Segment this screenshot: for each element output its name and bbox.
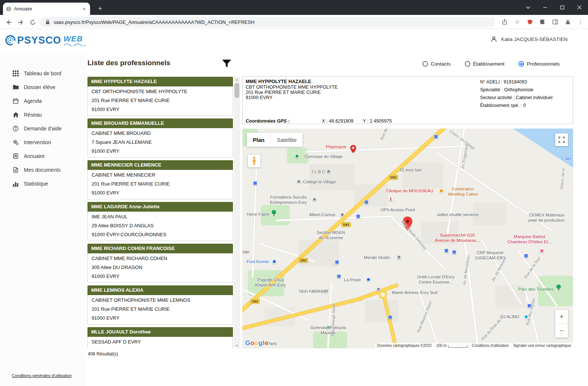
- map-poi-label[interactable]: J L B C: [311, 170, 325, 175]
- transit-marker-icon[interactable]: [444, 249, 448, 253]
- psysco-logo[interactable]: PSYSCO WEB: [4, 34, 86, 47]
- browser-tab[interactable]: Annuaire ×: [3, 3, 90, 15]
- store-marker-icon[interactable]: [272, 259, 277, 264]
- new-tab-button[interactable]: +: [95, 4, 105, 13]
- pharmacy-pin-icon[interactable]: [350, 145, 356, 153]
- side-panel-icon[interactable]: [552, 18, 559, 26]
- professional-card[interactable]: MME HYPPOLYTE HAZAELE CBT ORTHOPHONISTE …: [87, 77, 233, 116]
- scrollbar-thumb[interactable]: [234, 83, 239, 98]
- extensions-puzzle-icon[interactable]: [539, 18, 546, 26]
- profile-avatar-icon[interactable]: [564, 18, 572, 26]
- adblock-extension-icon[interactable]: [526, 18, 534, 26]
- hotel-marker-icon[interactable]: [540, 249, 544, 253]
- professional-name[interactable]: MME RICHARD COHEN FRANCOISE: [87, 244, 233, 253]
- map-report-link[interactable]: Signaler une erreur cartographique: [513, 344, 571, 348]
- forward-button[interactable]: [16, 18, 25, 27]
- map-poi-label[interactable]: Foot Korner: [247, 259, 269, 265]
- map-plan-button[interactable]: Plan: [247, 133, 271, 147]
- professional-card[interactable]: MME BROUARD EMMANUELLE CABINET MME BROUA…: [87, 118, 233, 158]
- gym-marker-icon[interactable]: [295, 154, 299, 158]
- user-menu[interactable]: Katia JACQUES-SÉBASTIEN: [490, 36, 568, 42]
- map-poi-label[interactable]: UPS Access Point: [381, 208, 415, 213]
- browser-menu-icon[interactable]: ⋮: [577, 18, 584, 26]
- map-poi-label[interactable]: Collège le Village: [303, 180, 336, 185]
- professional-name[interactable]: MME BROUARD EMMANUELLE: [87, 118, 233, 128]
- map-poi-label[interactable]: DJ ALINO: [500, 314, 519, 320]
- sidebar-item-mes-documents[interactable]: Mes documents: [0, 163, 86, 177]
- map-poi-label[interactable]: La Poste: [344, 278, 361, 283]
- map-poi-label[interactable]: Meraki Studio: [364, 255, 390, 260]
- terms-footer-link[interactable]: Conditions générales d'utilisation: [12, 373, 71, 378]
- map-poi-label[interactable]: TAXI FARRANT: [298, 289, 329, 294]
- professional-name[interactable]: MME LAGARDE Anne-Juliette: [87, 202, 233, 212]
- map-poi-label[interactable]: tale: [243, 250, 250, 255]
- map-poi-label[interactable]: Clinique du MOUSSEAU: [386, 189, 434, 194]
- professional-name[interactable]: MME MENNECIER CLEMENCE: [87, 160, 233, 170]
- poi-marker-icon[interactable]: [397, 255, 401, 259]
- filter-contacts[interactable]: Contacts: [422, 61, 450, 67]
- map-poi-label[interactable]: Paris: [267, 341, 277, 347]
- sidebar-item-dossier-eleve[interactable]: Dossier élève: [0, 80, 86, 94]
- map-poi-label[interactable]: sidibe shuttle services: [437, 212, 479, 218]
- bookmark-star-icon[interactable]: ☆: [514, 18, 521, 26]
- sidebar-item-intervention[interactable]: Intervention: [0, 135, 86, 149]
- map-poi-label[interactable]: Supermarché G20 Avenue de Mousseau...: [434, 233, 481, 243]
- map-poi-label[interactable]: Section MGEN de l'Essonne: [314, 230, 348, 241]
- professional-card[interactable]: MLLE JOUAULT Dorothee SESSAD APF D EVRY …: [87, 327, 233, 348]
- transit-marker-icon[interactable]: [388, 315, 392, 319]
- map-terms-link[interactable]: Conditions d'utilisation: [472, 344, 509, 348]
- sidebar-item-statistique[interactable]: Statistique: [0, 177, 86, 190]
- transit-marker-icon[interactable]: [434, 135, 438, 139]
- professional-card[interactable]: MME LEMNOS ALEXIA CABINET ORTHOPHONISTE …: [87, 285, 233, 325]
- transit-marker-icon[interactable]: [335, 260, 339, 264]
- map-poi-label[interactable]: L'Ate: [562, 156, 572, 162]
- sidebar-item-annuaire[interactable]: Annuaire: [0, 149, 86, 163]
- professional-name[interactable]: MME LEMNOS ALEXIA: [87, 285, 233, 295]
- poi-marker-icon[interactable]: [326, 169, 331, 174]
- professional-card[interactable]: MME MENNECIER CLEMENCE CABINET MME MENNE…: [87, 160, 233, 199]
- sidebar-item-demande-aide[interactable]: Demande d'aide: [0, 121, 86, 135]
- window-close-button[interactable]: [571, 0, 588, 15]
- poi-marker-icon[interactable]: [340, 212, 345, 217]
- filter-etablissement[interactable]: Établissement: [465, 61, 505, 67]
- sidebar-item-tableau-de-bord[interactable]: Tableau de bord: [0, 66, 86, 80]
- transit-marker-icon[interactable]: [452, 250, 456, 254]
- map-poi-label[interactable]: Marquise Barbot Chambres D'hôtes Et...: [505, 234, 554, 245]
- zoom-out-button[interactable]: −: [555, 324, 568, 338]
- google-map[interactable]: D93 D93 D93 D93 R: [242, 129, 573, 348]
- map-satellite-button[interactable]: Satellite: [271, 133, 303, 147]
- scroll-up-icon[interactable]: ▲: [234, 77, 240, 82]
- filter-professionnels[interactable]: Professionnels: [518, 61, 560, 67]
- map-poi-label[interactable]: Pagode Chùa Khánh Anh Evry: [253, 278, 288, 288]
- google-logo[interactable]: Google: [245, 339, 268, 347]
- window-maximize-button[interactable]: [554, 0, 571, 15]
- transit-marker-icon[interactable]: [524, 254, 528, 258]
- scroll-down-icon[interactable]: ▼: [234, 343, 240, 348]
- map-poi-label[interactable]: Unité Locale D'Evry Centre Essonne...: [412, 275, 460, 285]
- reload-button[interactable]: [28, 18, 37, 27]
- street-view-pegman-button[interactable]: [248, 155, 261, 167]
- map-poi-label[interactable]: Celebration Wedding Cakes: [446, 187, 480, 197]
- professional-card[interactable]: MME LAGARDE Anne-Juliette IME JEAN PAUL …: [87, 202, 233, 241]
- map-poi-label[interactable]: Parc des Tourelles: [518, 287, 553, 292]
- map-poi-label[interactable]: Albert-Camus: [309, 212, 335, 218]
- post-office-marker-icon[interactable]: [366, 277, 371, 282]
- map-poi-label[interactable]: Pharmacie: [326, 145, 346, 150]
- poi-marker-icon[interactable]: [312, 197, 317, 202]
- map-poi-label[interactable]: CRP Beauvoir (UGECAM IDF): [472, 250, 508, 261]
- shopping-marker-icon[interactable]: [439, 189, 444, 193]
- map-poi-label[interactable]: 91 evry taxi: [400, 168, 422, 173]
- window-minimize-button[interactable]: [537, 0, 554, 15]
- sidebar-item-agenda[interactable]: Agenda: [0, 94, 86, 108]
- map-poi-label[interactable]: Mairie Annexe Évry Sud: [392, 290, 438, 295]
- townhall-marker-icon[interactable]: [376, 287, 381, 291]
- list-scrollbar[interactable]: ▲ ▼: [234, 77, 240, 348]
- transit-marker-icon[interactable]: [364, 200, 368, 204]
- professional-card[interactable]: MME RICHARD COHEN FRANCOISE CABINET MME …: [87, 244, 233, 283]
- url-bar[interactable]: saas.psysco.fr/PsyscoWeb/PAGE_Annuaire/a…: [40, 17, 495, 27]
- transit-marker-icon[interactable]: [253, 181, 257, 185]
- filter-funnel-icon[interactable]: [221, 58, 232, 69]
- zoom-in-button[interactable]: +: [555, 310, 568, 324]
- share-icon[interactable]: [501, 18, 508, 26]
- hospital-marker-icon[interactable]: [389, 197, 393, 201]
